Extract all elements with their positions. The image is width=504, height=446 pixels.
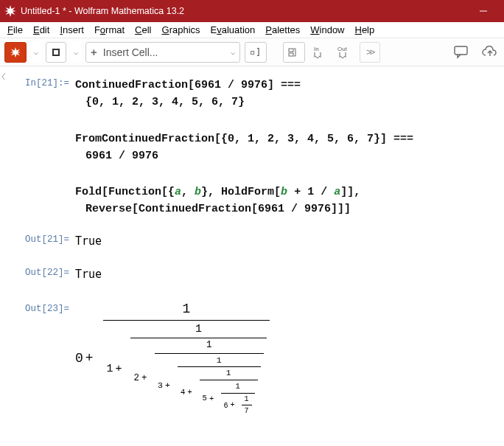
code-line: Reverse[ContinuedFraction[6961 / 9976]]] [75, 201, 497, 217]
svg-rect-14 [455, 46, 467, 55]
cloud-upload-icon[interactable] [479, 42, 500, 63]
window-title: Untitled-1 * - Wolfram Mathematica 13.2 [21, 6, 184, 16]
minimize-button[interactable] [467, 0, 500, 22]
chat-icon[interactable] [451, 42, 472, 63]
toolbar: ⌵ ⌵ + Insert Cell... ⌵ ▫] In Out >> [0, 38, 504, 66]
menu-palettes[interactable]: Palettes [261, 23, 304, 37]
svg-rect-4 [289, 53, 293, 56]
cell-group-button[interactable]: ▫] [245, 42, 267, 63]
stop-button[interactable] [46, 42, 66, 63]
continued-fraction-output: 0+ 1 1+ 1 2+ 1 3+ [75, 299, 497, 417]
code-line: ContinuedFraction[6961 / 9976] === [75, 77, 497, 94]
svg-rect-3 [289, 49, 293, 52]
menu-help[interactable]: Help [351, 23, 379, 37]
cell-label-out21: Out[21]= [7, 233, 75, 250]
output-cell-22[interactable]: Out[22]= True [7, 266, 497, 283]
insert-cell-label: Insert Cell... [103, 46, 225, 58]
insert-cell-combo[interactable]: + Insert Cell... ⌵ [85, 42, 240, 63]
output-cell-21[interactable]: Out[21]= True [7, 233, 497, 250]
menu-bar: File Edit Insert Format Cell Graphics Ev… [0, 22, 504, 38]
convert-to-input-button[interactable]: In [309, 42, 330, 63]
menu-evaluation[interactable]: Evaluation [206, 23, 260, 37]
abort-dropdown[interactable]: ⌵ [31, 42, 41, 63]
app-icon [4, 5, 16, 17]
more-tools-button[interactable]: >> [360, 42, 380, 63]
menu-graphics[interactable]: Graphics [158, 23, 205, 37]
output-cell-23[interactable]: Out[23]= 0+ 1 1+ 1 2+ 1 [7, 299, 497, 417]
title-bar: Untitled-1 * - Wolfram Mathematica 13.2 [0, 0, 504, 22]
output-value: True [75, 266, 497, 283]
input-cell-21[interactable]: In[21]:= ContinuedFraction[6961 / 9976] … [7, 77, 497, 229]
cell-label-out23: Out[23]= [7, 299, 75, 417]
output-value: True [75, 233, 497, 250]
stop-dropdown[interactable]: ⌵ [71, 42, 81, 63]
ungroup-button[interactable] [283, 42, 305, 63]
svg-text:In: In [314, 46, 319, 52]
plus-icon: + [91, 46, 97, 58]
abort-evaluation-button[interactable] [4, 42, 27, 63]
code-line: 6961 / 9976 [75, 147, 497, 164]
menu-window[interactable]: Window [306, 23, 349, 37]
svg-text:Out: Out [337, 46, 348, 52]
menu-insert[interactable]: Insert [55, 23, 88, 37]
menu-file[interactable]: File [3, 23, 27, 37]
svg-marker-2 [10, 47, 21, 58]
code-line: {0, 1, 2, 3, 4, 5, 6, 7} [75, 94, 497, 111]
code-line: Fold[Function[{a, b}, HoldForm[b + 1 / a… [75, 184, 497, 201]
menu-format[interactable]: Format [90, 23, 129, 37]
cell-label-in21: In[21]:= [7, 77, 75, 229]
svg-marker-0 [4, 5, 16, 17]
code-line: FromContinuedFraction[{0, 1, 2, 3, 4, 5,… [75, 130, 497, 147]
cell-label-out22: Out[22]= [7, 266, 75, 283]
cell-insertion-caret[interactable] [1, 72, 5, 80]
menu-edit[interactable]: Edit [29, 23, 54, 37]
menu-cell[interactable]: Cell [130, 23, 155, 37]
convert-to-output-button[interactable]: Out [335, 42, 355, 63]
chevron-down-icon: ⌵ [231, 48, 235, 56]
notebook-area[interactable]: In[21]:= ContinuedFraction[6961 / 9976] … [0, 66, 504, 429]
